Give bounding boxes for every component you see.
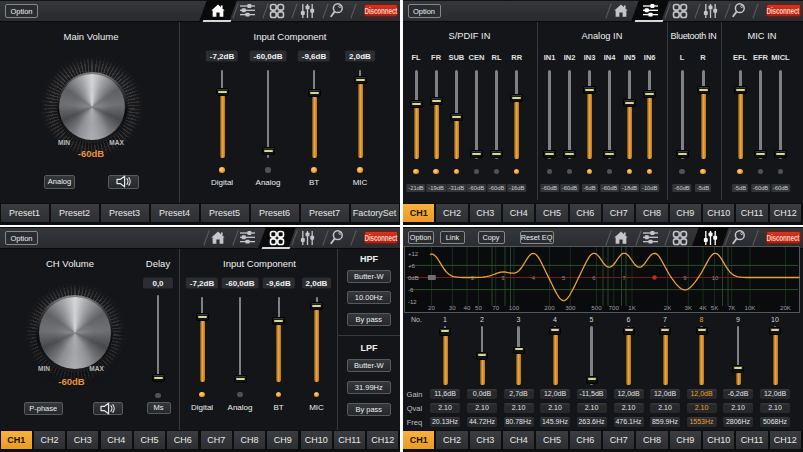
svg-text:100: 100: [508, 304, 519, 311]
svg-text:4K: 4K: [699, 304, 707, 311]
svg-text:20: 20: [428, 304, 435, 311]
svg-text:7K: 7K: [727, 304, 735, 311]
svg-text:10K: 10K: [744, 304, 756, 311]
svg-text:1K: 1K: [628, 304, 636, 311]
svg-text:20K: 20K: [779, 304, 791, 311]
svg-text:+6: +6: [408, 263, 416, 269]
svg-text:40: 40: [463, 304, 470, 311]
svg-text:-6: -6: [408, 287, 414, 293]
svg-text:200: 200: [544, 304, 555, 311]
svg-text:50: 50: [475, 304, 482, 311]
svg-text:10: 10: [711, 275, 718, 281]
svg-text:2K: 2K: [663, 304, 671, 311]
svg-text:500: 500: [591, 304, 602, 311]
svg-text:70: 70: [492, 304, 499, 311]
svg-text:-12: -12: [408, 299, 417, 305]
svg-text:700: 700: [608, 304, 619, 311]
svg-text:30: 30: [448, 304, 455, 311]
svg-text:5K: 5K: [710, 304, 718, 311]
svg-text:3K: 3K: [684, 304, 692, 311]
svg-text:0dB: 0dB: [408, 275, 419, 281]
svg-text:300: 300: [565, 304, 576, 311]
svg-text:+12: +12: [408, 251, 419, 257]
